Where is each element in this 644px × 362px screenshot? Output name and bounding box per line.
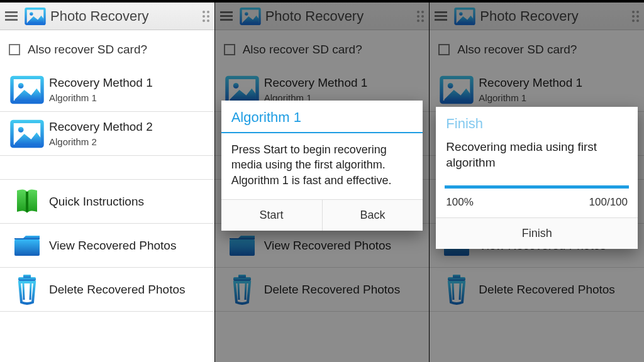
dialog-body: Recovering media using first algorithm (436, 136, 638, 175)
section-gap (0, 156, 214, 180)
progress-bar (445, 185, 629, 189)
instructions-label: Quick Instructions (49, 195, 144, 209)
sd-card-row[interactable]: Also recover SD card? (0, 30, 214, 68)
finish-button[interactable]: Finish (436, 217, 638, 249)
back-button[interactable]: Back (323, 200, 423, 231)
dialog-body: Press Start to begin recovering media us… (221, 133, 423, 199)
screen-main: Photo Recovery Also recover SD card? Rec… (0, 0, 215, 362)
app-logo-icon (24, 7, 47, 26)
progress-percent: 100% (446, 196, 473, 209)
sd-label: Also recover SD card? (28, 43, 147, 57)
sd-checkbox[interactable] (9, 44, 20, 55)
start-button[interactable]: Start (221, 200, 323, 231)
progress-count: 100/100 (589, 196, 628, 209)
trash-icon (5, 275, 49, 305)
menu-icon[interactable] (5, 9, 20, 23)
dialog-faded-title: Finish (436, 107, 638, 136)
titlebar: Photo Recovery (0, 0, 214, 30)
folder-icon (5, 231, 49, 261)
photo-icon (5, 119, 49, 149)
screen-progress-dialog: Photo Recovery Also recover SD card? Rec… (430, 0, 644, 362)
view-label: View Recovered Photos (49, 239, 176, 253)
overflow-icon[interactable] (203, 11, 209, 22)
dialog-title: Algorithm 1 (221, 101, 423, 133)
method-1[interactable]: Recovery Method 1 Algorithm 1 (0, 68, 214, 112)
progress-dialog: Finish Recovering media using first algo… (436, 107, 638, 249)
algorithm-dialog: Algorithm 1 Press Start to begin recover… (221, 101, 423, 231)
screen-start-dialog: Photo Recovery Also recover SD card? Rec… (215, 0, 430, 362)
method-2-sub: Algorithm 2 (49, 136, 153, 147)
quick-instructions[interactable]: Quick Instructions (0, 180, 214, 224)
book-icon (5, 187, 49, 217)
method-1-label: Recovery Method 1 (49, 76, 153, 90)
method-1-sub: Algorithm 1 (49, 92, 153, 103)
delete-recovered[interactable]: Delete Recovered Photos (0, 268, 214, 312)
view-recovered[interactable]: View Recovered Photos (0, 224, 214, 268)
photo-icon (5, 75, 49, 105)
method-2[interactable]: Recovery Method 2 Algorithm 2 (0, 112, 214, 156)
delete-label: Delete Recovered Photos (49, 283, 186, 297)
app-title: Photo Recovery (50, 8, 203, 25)
method-2-label: Recovery Method 2 (49, 120, 153, 134)
